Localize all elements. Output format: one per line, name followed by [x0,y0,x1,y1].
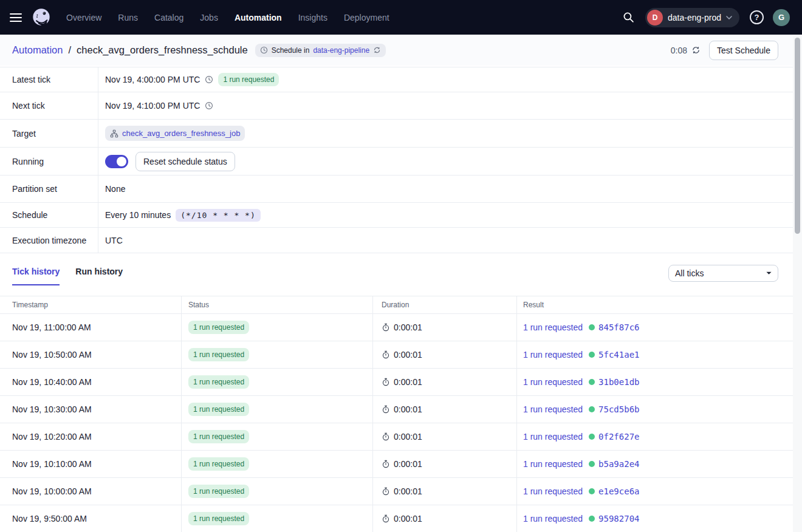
tick-result-link[interactable]: 1 run requested [523,377,583,387]
sync-icon[interactable] [373,46,381,54]
run-status-dot [589,461,595,467]
table-row: Nov 19, 11:00:00 AM 1 run requested 0:00… [0,314,793,341]
tick-timestamp: Nov 19, 9:50:00 AM [0,505,182,532]
tick-duration: 0:00:01 [394,322,422,332]
tick-result-link[interactable]: 1 run requested [523,486,583,496]
vertical-scrollbar-track[interactable] [793,35,802,532]
run-status-dot [589,488,595,494]
stopwatch-icon [382,378,390,386]
reset-schedule-status-button[interactable]: Reset schedule status [135,152,235,171]
partition-set-value: None [105,184,125,194]
stopwatch-icon [382,487,390,496]
tick-result-link[interactable]: 1 run requested [523,459,583,469]
nav-item-runs[interactable]: Runs [118,13,138,22]
latest-tick-status-badge: 1 run requested [218,73,279,86]
stopwatch-icon [382,514,390,523]
clock-icon [205,101,213,110]
table-row: Nov 19, 9:50:00 AM 1 run requested 0:00:… [0,505,793,532]
tick-timestamp: Nov 19, 10:00:00 AM [0,478,182,505]
header-status: Status [182,296,373,313]
tab-run-history[interactable]: Run history [75,267,123,285]
run-id-link[interactable]: 75cd5b6b [598,404,639,414]
run-id-link[interactable]: b5a9a2e4 [598,459,639,469]
detail-label: Execution timezone [0,228,98,253]
target-job-link[interactable]: check_avg_orders_freshness_job [122,129,240,138]
top-navigation: Overview Runs Catalog Jobs Automation In… [0,0,802,35]
detail-row-target: Target check_avg_orders_freshness_job [0,120,793,148]
cron-expression: (*/10 * * * *) [176,209,261,222]
caret-down-icon [766,271,772,275]
breadcrumb: Automation / check_avg_orders_freshness_… [12,44,248,56]
nav-item-automation[interactable]: Automation [235,13,282,22]
vertical-scrollbar-thumb[interactable] [795,38,800,234]
header-result: Result [517,296,793,313]
run-id-link[interactable]: e1e9ce6a [598,486,639,496]
tick-duration: 0:00:01 [394,459,422,469]
stopwatch-icon [382,350,390,359]
table-row: Nov 19, 10:30:00 AM 1 run requested 0:00… [0,396,793,423]
run-id-link[interactable]: 95982704 [598,514,639,523]
run-id-link[interactable]: 31b0e1db [598,377,639,387]
tick-status-badge: 1 run requested [188,403,249,416]
nav-item-overview[interactable]: Overview [66,13,101,22]
tick-duration: 0:00:01 [394,486,422,496]
detail-label: Running [0,148,98,175]
table-row: Nov 19, 10:40:00 AM 1 run requested 0:00… [0,369,793,396]
tick-result-link[interactable]: 1 run requested [523,322,583,332]
run-id-link[interactable]: 5fc41ae1 [598,350,639,360]
tick-timestamp: Nov 19, 10:20:00 AM [0,423,182,450]
search-icon[interactable] [621,10,636,25]
nav-item-insights[interactable]: Insights [298,13,327,22]
page-header: Automation / check_avg_orders_freshness_… [0,35,793,66]
tick-status-badge: 1 run requested [188,348,249,361]
deployment-selector[interactable]: D data-eng-prod [645,8,739,27]
tick-result-link[interactable]: 1 run requested [523,404,583,414]
repository-link[interactable]: data-eng-pipeline [313,46,369,55]
tick-result-link[interactable]: 1 run requested [523,350,583,360]
tick-status-badge: 1 run requested [188,430,249,443]
tick-result-link[interactable]: 1 run requested [523,514,583,523]
menu-hamburger-icon[interactable] [10,13,22,22]
tab-tick-history[interactable]: Tick history [12,267,60,285]
tick-result-link[interactable]: 1 run requested [523,432,583,442]
schedule-location-badge: Schedule in data-eng-pipeline [255,44,386,57]
nav-item-catalog[interactable]: Catalog [154,13,183,22]
detail-label: Partition set [0,176,98,202]
help-icon[interactable]: ? [750,10,764,24]
schedule-details: Latest tick Nov 19, 4:00:00 PM UTC 1 run… [0,67,793,253]
target-job-pill[interactable]: check_avg_orders_freshness_job [105,126,245,141]
run-status-dot [589,434,595,440]
table-row: Nov 19, 10:00:00 AM 1 run requested 0:00… [0,478,793,505]
tick-filter-select[interactable]: All ticks [668,265,778,282]
run-status-dot [589,352,595,358]
nav-item-jobs[interactable]: Jobs [200,13,218,22]
run-id-link[interactable]: 0f2f627e [598,432,639,442]
stopwatch-icon [382,432,390,441]
dagster-logo-icon[interactable] [31,7,52,28]
next-tick-time: Nov 19, 4:10:00 PM UTC [105,101,200,111]
tick-duration: 0:00:01 [394,432,422,442]
detail-label: Next tick [0,92,98,119]
user-avatar[interactable]: G [773,9,790,26]
tick-timestamp: Nov 19, 10:50:00 AM [0,341,182,368]
tick-duration: 0:00:01 [394,404,422,414]
breadcrumb-automation-link[interactable]: Automation [12,44,63,56]
test-schedule-button[interactable]: Test Schedule [709,41,778,60]
breadcrumb-separator: / [68,44,71,56]
tick-history-table: Timestamp Status Duration Result Nov 19,… [0,296,793,532]
latest-tick-time: Nov 19, 4:00:00 PM UTC [105,75,200,84]
run-status-dot [589,324,595,330]
running-toggle[interactable] [105,155,128,168]
detail-label: Schedule [0,203,98,227]
detail-row-timezone: Execution timezone UTC [0,228,793,253]
schedule-badge-label: Schedule in [272,46,310,55]
chevron-down-icon [726,16,732,19]
run-status-dot [589,379,595,385]
nav-item-deployment[interactable]: Deployment [344,13,389,22]
stopwatch-icon [382,323,390,332]
table-row: Nov 19, 10:10:00 AM 1 run requested 0:00… [0,451,793,478]
history-tabs-row: Tick history Run history All ticks [0,253,793,296]
refresh-icon[interactable] [691,46,701,55]
tick-timestamp: Nov 19, 11:00:00 AM [0,314,182,341]
run-id-link[interactable]: 845f87c6 [598,322,639,332]
